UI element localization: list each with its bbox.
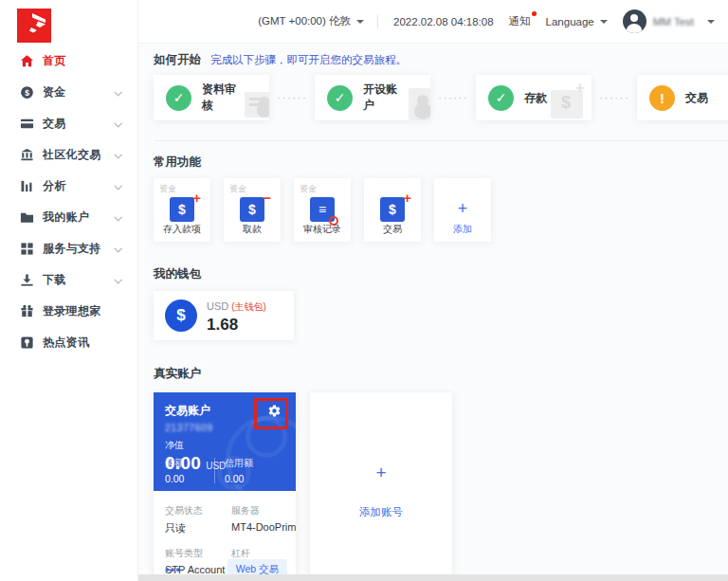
bar-chart-icon	[20, 179, 34, 193]
deposit-money-icon	[551, 90, 583, 118]
add-account-label: 添加账号	[359, 505, 403, 519]
step-card-deposit[interactable]: ✓ 存款	[476, 75, 592, 120]
main-content: 如何开始 完成以下步骤，即可开启您的交易旅程。 ✓ 资料审核 ······ ✓ …	[138, 44, 728, 574]
chevron-down-icon	[114, 245, 121, 252]
add-account-card[interactable]: + 添加账号	[310, 392, 452, 574]
quick-card-tag: 资金	[159, 183, 176, 195]
user-menu[interactable]: MM Test	[623, 9, 715, 33]
withdraw-icon: $−	[240, 197, 264, 222]
balance-label: 余额	[165, 457, 214, 470]
sidebar-item-ideal-home[interactable]: 登录理想家	[0, 296, 137, 327]
sidebar-item-home[interactable]: 首页	[0, 45, 137, 77]
step-label: 交易	[685, 90, 708, 106]
chevron-down-icon	[114, 182, 121, 190]
sidebar-item-trade[interactable]: 交易	[0, 108, 137, 139]
trade-status-block: 交易状态 只读	[165, 504, 231, 536]
step-card-trade[interactable]: ! 交易	[637, 75, 728, 120]
funds-icon: $	[20, 85, 34, 100]
chevron-down-icon	[114, 276, 121, 283]
sidebar-menu: 首页 $ 资金 交易 社区化交易 分析 我的账户 服务与	[0, 45, 137, 358]
id-card-icon	[245, 92, 269, 118]
sidebar-item-services[interactable]: 服务与支持	[0, 233, 137, 264]
accounts-row: 交易账户 21377609 净值 0.00 USD 余额 0.00 信用额 0.…	[154, 392, 728, 574]
bottom-scroll-strip[interactable]	[137, 574, 728, 581]
sidebar-item-label: 资金	[43, 84, 66, 100]
wallet-currency: USD	[207, 300, 228, 312]
quick-card-label: 取款	[224, 223, 281, 236]
leverage-label: 杠杆	[231, 547, 258, 560]
server-value: MT4-DooPrim...	[231, 521, 296, 533]
balance-block: 余额 0.00	[165, 457, 214, 484]
step-card-open-account[interactable]: ✓ 开设账户	[315, 75, 430, 120]
step-label: 开设账户	[363, 82, 405, 114]
quick-card-deposit[interactable]: 资金 $+ 存入款项	[154, 178, 210, 242]
step-card-kyc[interactable]: ✓ 资料审核	[154, 75, 269, 120]
language-label: Language	[546, 16, 594, 27]
minus-badge-icon: −	[263, 190, 271, 206]
account-settings-gear-icon[interactable]	[267, 404, 282, 418]
sidebar-item-community[interactable]: 社区化交易	[0, 139, 137, 171]
sidebar-item-analysis[interactable]: 分析	[0, 171, 137, 202]
language-selector[interactable]: Language	[546, 16, 608, 27]
home-icon	[20, 54, 34, 68]
account-card-actions: ••• Web 交易	[165, 559, 287, 574]
sidebar-item-label: 热点资讯	[43, 335, 89, 351]
svg-text:$: $	[25, 88, 29, 98]
balance-value: 0.00	[165, 473, 214, 484]
credit-block: 信用额 0.00	[215, 457, 253, 484]
sidebar-item-label: 首页	[43, 53, 66, 69]
grid-icon	[20, 242, 34, 256]
sidebar-item-funds[interactable]: $ 资金	[0, 77, 137, 108]
sidebar-item-label: 登录理想家	[43, 303, 101, 319]
deposit-icon: $+	[170, 197, 194, 222]
quick-card-trade[interactable]: $+ 交易	[364, 178, 421, 242]
plus-badge-icon: +	[192, 190, 201, 206]
timezone-selector[interactable]: (GMT +00:00) 伦敦	[258, 14, 364, 28]
detail-row: 交易状态 只读 服务器 MT4-DooPrim...	[165, 504, 284, 536]
step-label: 存款	[524, 90, 547, 106]
wallet-amount: 1.68	[207, 316, 266, 335]
card-icon	[20, 117, 34, 131]
sidebar: 首页 $ 资金 交易 社区化交易 分析 我的账户 服务与	[0, 0, 138, 581]
real-accounts-title: 真实账户	[154, 366, 728, 382]
sidebar-item-my-account[interactable]: 我的账户	[0, 202, 137, 233]
check-icon: ✓	[166, 85, 191, 111]
quick-card-label: 存入款项	[154, 223, 210, 236]
notification-dot-icon	[532, 11, 537, 16]
more-options-button[interactable]: •••	[165, 563, 181, 574]
sidebar-item-label: 社区化交易	[43, 147, 101, 163]
credit-value: 0.00	[225, 473, 253, 484]
howto-header: 如何开始 完成以下步骤，即可开启您的交易旅程。	[154, 52, 728, 68]
web-trade-button[interactable]: Web 交易	[228, 559, 287, 574]
quick-card-audit-records[interactable]: 资金 ≡ 审核记录	[294, 178, 351, 242]
balance-credit-row: 余额 0.00 信用额 0.00	[165, 457, 288, 484]
wallet-main-tag: (主钱包)	[231, 301, 266, 312]
chevron-down-icon	[707, 20, 715, 24]
chevron-down-icon	[114, 119, 121, 127]
sidebar-item-hot-news[interactable]: 热点资讯	[0, 327, 137, 358]
download-icon	[20, 273, 34, 287]
credit-label: 信用额	[225, 457, 253, 470]
howto-subtitle: 完成以下步骤，即可开启您的交易旅程。	[210, 53, 407, 67]
exclamation-icon: !	[649, 85, 675, 111]
bank-icon	[20, 148, 34, 162]
notifications-button[interactable]: 通知	[509, 14, 531, 28]
wallet-currency-row: USD(主钱包)	[207, 300, 266, 312]
chevron-down-icon	[114, 88, 121, 96]
quick-card-add[interactable]: + 添加	[434, 178, 491, 242]
quick-card-label: 交易	[364, 223, 421, 236]
quick-card-withdraw[interactable]: 资金 $− 取款	[224, 178, 281, 242]
section-divider	[155, 140, 728, 141]
account-type-label: 账号类型	[165, 547, 231, 560]
datetime-label: 2022.02.08 04:18:08	[393, 16, 494, 27]
quick-functions-row: 资金 $+ 存入款项 资金 $− 取款 资金 ≡ 审核记录 $+ 交易 + 添加	[154, 178, 728, 242]
wallet-card: $ USD(主钱包) 1.68	[154, 291, 294, 340]
step-separator: ······	[430, 75, 476, 120]
wallet-title: 我的钱包	[154, 266, 728, 282]
divider	[377, 15, 378, 28]
chevron-down-icon	[114, 151, 121, 158]
usd-wallet-icon: $	[165, 300, 197, 332]
sidebar-item-download[interactable]: 下载	[0, 264, 137, 296]
records-icon: ≡	[310, 197, 335, 222]
account-card-header: 交易账户 21377609 净值 0.00 USD 余额 0.00 信用额 0.…	[154, 392, 296, 491]
